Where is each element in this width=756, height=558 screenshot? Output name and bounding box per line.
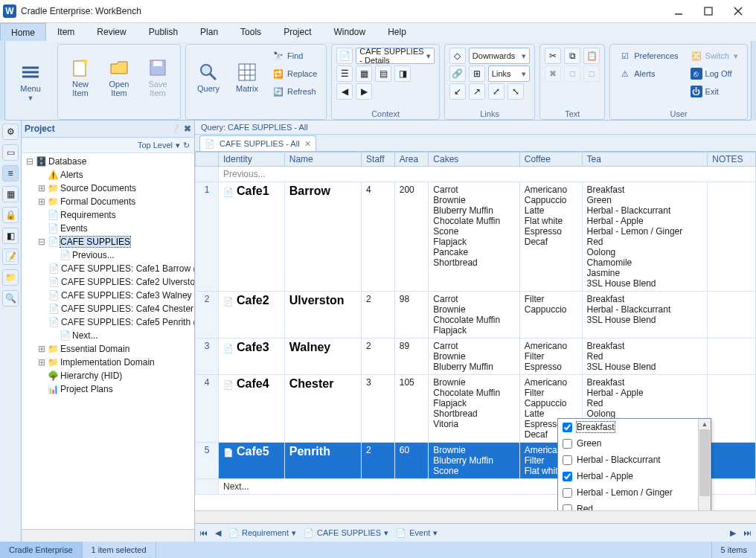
scroll-thumb[interactable] — [699, 429, 710, 496]
open-item-button[interactable]: OpenItem — [101, 48, 137, 107]
view-detail-icon[interactable]: ▤ — [375, 65, 391, 82]
link-a-icon[interactable]: ↙ — [449, 83, 466, 100]
links-combo[interactable]: Links▾ — [488, 65, 530, 82]
gear-icon[interactable]: ⚙ — [2, 124, 19, 140]
tree-node[interactable]: ⊟📄CAFE SUPPLIES — [22, 235, 194, 248]
menu-help[interactable]: Help — [377, 23, 417, 41]
grid-hscroll[interactable] — [195, 510, 756, 523]
query-button[interactable]: Query — [190, 48, 226, 107]
alerts-button[interactable]: ⚠Alerts — [615, 65, 682, 82]
collapse-icon[interactable]: ⊟ — [25, 156, 35, 167]
link-icon[interactable]: 🔗 — [449, 65, 466, 82]
tree-node[interactable]: ⊟🗄️Database — [22, 155, 194, 168]
menu-button[interactable]: Menu ▼ — [13, 47, 48, 117]
link-b-icon[interactable]: ↗ — [469, 83, 485, 100]
nav-last-icon[interactable]: ⏭ — [743, 528, 752, 537]
context-combo[interactable]: CAFE SUPPLIES - Details▾ — [356, 48, 434, 64]
sidebar-hscroll[interactable] — [22, 529, 194, 542]
tree-node[interactable]: ⊞📁Source Documents — [22, 182, 194, 195]
tea-option[interactable]: Breakfast — [558, 419, 711, 435]
matrix-button[interactable]: Matrix — [229, 48, 265, 107]
tab-cafe-supplies[interactable]: 📄 CAFE SUPPLIES - All ✕ — [199, 135, 316, 151]
preferences-button[interactable]: ☑Preferences — [615, 48, 682, 64]
col-header[interactable]: Staff — [362, 153, 395, 167]
strip-icon-3[interactable]: ▦ — [2, 186, 19, 202]
new-item-button[interactable]: NewItem — [63, 48, 98, 107]
view-list-icon[interactable]: ☰ — [336, 65, 353, 82]
tree-node[interactable]: 📄CAFE SUPPLIES: Cafe2 Ulverston — [22, 275, 194, 289]
nav-next-icon[interactable]: ▶ — [730, 528, 736, 538]
tea-option[interactable]: Red — [558, 501, 711, 510]
cafe-supplies-dropdown[interactable]: 📄 CAFE SUPPLIES ▾ — [304, 528, 388, 538]
strip-lock-icon[interactable]: 🔒 — [2, 207, 19, 223]
tea-cell[interactable]: BreakfastGreenHerbal - BlackcurrantHerba… — [582, 182, 708, 292]
copy-icon[interactable]: ⧉ — [564, 48, 580, 64]
menu-window[interactable]: Window — [322, 23, 377, 41]
link-c-icon[interactable]: ⤢ — [488, 83, 504, 100]
context-next-icon[interactable]: ▶ — [356, 83, 372, 100]
tree-node[interactable]: 📊Project Plans — [22, 382, 194, 396]
col-header[interactable]: Identity — [219, 153, 285, 167]
col-header[interactable]: Name — [284, 153, 361, 167]
strip-icon-1[interactable]: ▭ — [2, 144, 19, 161]
menu-project[interactable]: Project — [272, 23, 322, 41]
table-row[interactable]: 1📄Cafe1Barrow4200CarrotBrownieBluberry M… — [196, 182, 756, 292]
checkbox[interactable] — [563, 504, 572, 511]
replace-button[interactable]: 🔁Replace — [268, 65, 321, 82]
menu-review[interactable]: Review — [86, 23, 137, 41]
strip-notes-icon[interactable]: 📝 — [2, 248, 19, 265]
tea-checklist-popup[interactable]: BreakfastGreenHerbal - BlackcurrantHerba… — [557, 418, 711, 510]
direction-combo[interactable]: Downwards▾ — [469, 48, 530, 64]
col-header[interactable]: Cakes — [429, 153, 519, 167]
menu-plan[interactable]: Plan — [189, 23, 229, 41]
requirement-dropdown[interactable]: 📄 Requirement ▾ — [228, 528, 296, 538]
col-header[interactable]: Area — [394, 153, 429, 167]
link-d-icon[interactable]: ⤡ — [507, 83, 524, 100]
context-prev-icon[interactable]: ◀ — [336, 83, 353, 100]
close-button[interactable] — [723, 1, 753, 22]
context-doc-icon[interactable]: 📄 — [336, 48, 353, 64]
link-tree-icon[interactable]: ⊞ — [469, 65, 485, 82]
menu-home[interactable]: Home — [0, 23, 46, 41]
nav-first-icon[interactable]: ⏮ — [199, 528, 208, 537]
tree-node[interactable]: ⚠️Alerts — [22, 168, 194, 182]
table-row[interactable]: 3📄Cafe3Walney289CarrotBrownieBluberry Mu… — [196, 339, 756, 375]
checkbox[interactable] — [563, 423, 572, 432]
expand-icon[interactable]: ⊞ — [36, 196, 47, 207]
view-side-icon[interactable]: ◨ — [394, 65, 411, 82]
expand-icon[interactable]: ⊞ — [36, 357, 47, 368]
grid-area[interactable]: IdentityNameStaffAreaCakesCoffeeTeaNOTES… — [195, 152, 756, 510]
close-tab-icon[interactable]: ✕ — [304, 139, 311, 149]
tree-node[interactable]: 📄CAFE SUPPLIES: Cafe4 Chester (A — [22, 302, 194, 315]
strip-icon-2[interactable]: ≡ — [2, 165, 19, 182]
close-panel-icon[interactable]: ✖ — [184, 124, 191, 134]
cut-icon[interactable]: ✂ — [545, 48, 561, 64]
popup-scrollbar[interactable]: ▲ ▼ — [698, 419, 711, 510]
checkbox[interactable] — [563, 455, 572, 465]
expand-icon[interactable]: ⊞ — [36, 344, 47, 354]
tree-node[interactable]: 🌳Hierarchy (HID) — [22, 369, 194, 382]
tree-node[interactable]: 📄CAFE SUPPLIES: Cafe3 Walney (A — [22, 289, 194, 302]
direction-icon[interactable]: ◇ — [449, 48, 466, 64]
paste-icon[interactable]: 📋 — [583, 48, 600, 64]
collapse-icon[interactable]: ⊟ — [36, 237, 47, 247]
tree-node[interactable]: 📄CAFE SUPPLIES: Cafe5 Penrith (A — [22, 315, 194, 329]
tea-option[interactable]: Herbal - Lemon / Ginger — [558, 484, 711, 501]
scroll-up-arrow-icon[interactable]: ▲ — [699, 419, 711, 429]
tea-option[interactable]: Green — [558, 435, 711, 452]
sidebar-refresh-icon[interactable]: ↻ — [183, 141, 190, 150]
strip-search-icon[interactable]: 🔍 — [2, 290, 19, 307]
table-row[interactable]: 2📄Cafe2Ulverston298CarrotBrownieChocolat… — [196, 292, 756, 339]
tree-node[interactable]: 📄Next... — [22, 329, 194, 342]
tea-option[interactable]: Herbal - Blackcurrant — [558, 452, 711, 468]
col-header[interactable]: Tea — [582, 153, 708, 167]
minimize-button[interactable] — [664, 1, 693, 22]
checkbox[interactable] — [563, 472, 572, 481]
tree-node[interactable]: 📄CAFE SUPPLIES: Cafe1 Barrow (A — [22, 262, 194, 275]
top-level-button[interactable]: Top Level — [138, 141, 173, 150]
menu-tools[interactable]: Tools — [229, 23, 272, 41]
tea-option[interactable]: Herbal - Apple — [558, 468, 711, 484]
tea-cell[interactable]: BreakfastHerbal - Blackcurrant3SL House … — [582, 292, 708, 339]
tree-node[interactable]: 📄Previous... — [22, 248, 194, 262]
nav-prev-icon[interactable]: ◀ — [215, 528, 221, 538]
